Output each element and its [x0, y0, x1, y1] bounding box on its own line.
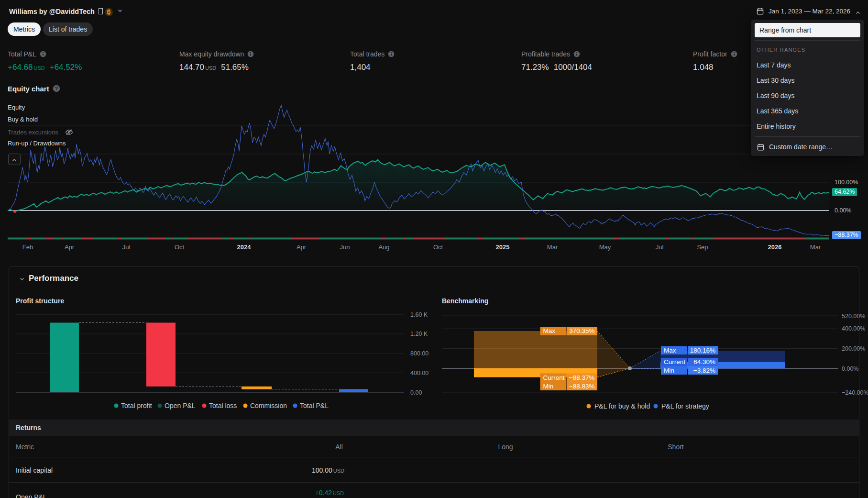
svg-text:370.35%: 370.35% [569, 327, 594, 334]
svg-text:64.30%: 64.30% [693, 358, 715, 365]
svg-text:0.00%: 0.00% [842, 365, 858, 372]
svg-text:Apr: Apr [297, 243, 307, 251]
svg-text:May: May [599, 243, 611, 251]
svg-text:200.00%: 200.00% [842, 345, 865, 352]
svg-text:Mar: Mar [547, 243, 558, 251]
svg-text:100.00%: 100.00% [835, 179, 858, 186]
svg-text:Current: Current [543, 374, 565, 381]
svg-text:Max: Max [664, 347, 676, 354]
svg-text:Aug: Aug [378, 243, 389, 251]
svg-text:P&L for buy & hold: P&L for buy & hold [594, 402, 650, 410]
svg-text:Current: Current [664, 358, 685, 365]
svg-text:Total profit: Total profit [121, 402, 152, 409]
svg-text:?: ? [55, 86, 57, 91]
svg-text:Oct: Oct [175, 243, 185, 251]
svg-text:Open P&L: Open P&L [165, 402, 196, 409]
svg-text:2025: 2025 [496, 243, 510, 251]
svg-text:400.00: 400.00 [410, 370, 429, 376]
svg-text:−240.00%: −240.00% [842, 389, 868, 396]
svg-text:Jul: Jul [122, 243, 131, 251]
svg-text:Jun: Jun [340, 243, 350, 251]
svg-text:−3.82%: −3.82% [693, 367, 715, 374]
svg-text:−88.83%: −88.83% [569, 383, 595, 390]
svg-text:400.00%: 400.00% [842, 325, 865, 332]
svg-text:Apr: Apr [65, 243, 75, 251]
svg-text:1.20 K: 1.20 K [410, 331, 428, 337]
svg-text:0.00%: 0.00% [835, 207, 851, 214]
svg-text:180.16%: 180.16% [690, 347, 715, 354]
svg-text:0.00: 0.00 [410, 389, 422, 396]
svg-text:Min: Min [664, 367, 674, 374]
svg-text:Jul: Jul [656, 243, 664, 251]
svg-text:B: B [107, 9, 110, 15]
svg-text:Sep: Sep [697, 243, 708, 251]
svg-text:1.60 K: 1.60 K [410, 311, 428, 318]
svg-text:Total loss: Total loss [209, 402, 237, 409]
svg-text:520.00%: 520.00% [842, 313, 865, 320]
svg-text:2024: 2024 [237, 243, 252, 251]
svg-text:Commission: Commission [250, 402, 287, 409]
svg-text:Feb: Feb [22, 243, 33, 251]
svg-text:−88.37%: −88.37% [569, 374, 595, 381]
svg-text:Total P&L: Total P&L [300, 402, 329, 409]
svg-text:Max: Max [543, 327, 556, 334]
svg-text:2026: 2026 [768, 243, 782, 251]
svg-text:Mar: Mar [810, 243, 821, 251]
svg-text:P&L for strategy: P&L for strategy [661, 402, 709, 410]
svg-text:Min: Min [543, 383, 554, 390]
svg-text:Oct: Oct [433, 243, 443, 251]
svg-text:800.00: 800.00 [410, 350, 429, 357]
